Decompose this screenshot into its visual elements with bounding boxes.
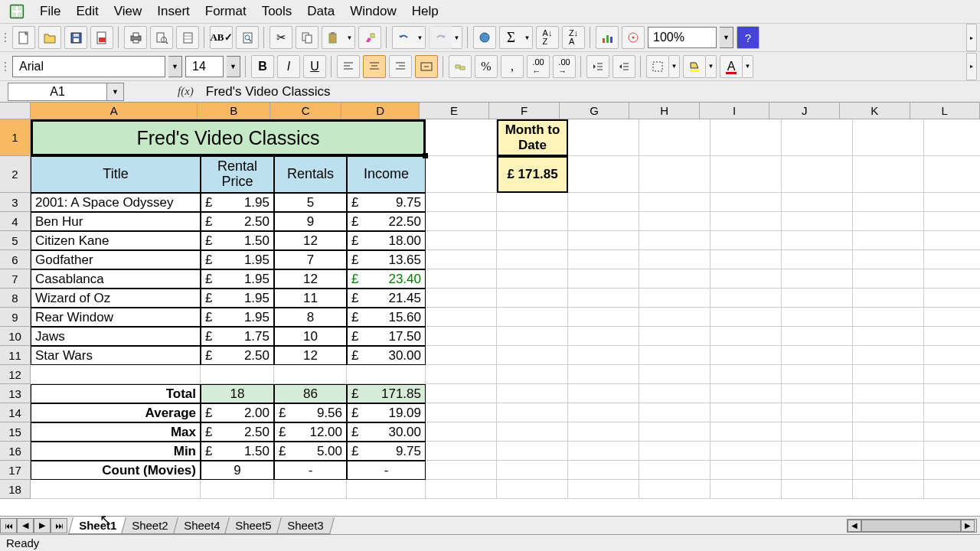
movie-price[interactable]: £2.50 xyxy=(201,346,274,365)
sort-asc-button[interactable]: A↓Z xyxy=(536,26,559,49)
cell-H9[interactable] xyxy=(639,308,710,327)
header-title[interactable]: Title xyxy=(31,156,201,193)
chart-button[interactable] xyxy=(596,26,619,49)
cell-I11[interactable] xyxy=(710,346,782,365)
cell-G15[interactable] xyxy=(568,422,639,442)
movie-income[interactable]: £13.65 xyxy=(347,250,426,269)
cell-K1[interactable] xyxy=(853,119,924,156)
cell-J4[interactable] xyxy=(782,212,853,231)
cell-H13[interactable] xyxy=(639,384,710,403)
cell-I13[interactable] xyxy=(710,384,782,403)
col-header-H[interactable]: H xyxy=(629,103,700,119)
count-d[interactable]: - xyxy=(347,461,426,480)
bgcolor-button[interactable] xyxy=(683,55,706,78)
cell-L11[interactable] xyxy=(924,346,980,365)
borders-button[interactable] xyxy=(646,55,669,78)
cell-C12[interactable] xyxy=(274,365,347,384)
cell-F5[interactable] xyxy=(497,231,568,250)
total-d[interactable]: £171.85 xyxy=(347,384,426,403)
font-size-input[interactable]: 14 xyxy=(185,56,224,77)
cell-J16[interactable] xyxy=(782,442,853,461)
col-header-G[interactable]: G xyxy=(560,103,630,119)
zoom-dropdown-arrow[interactable]: ▼ xyxy=(720,27,733,48)
cell-H7[interactable] xyxy=(639,269,710,289)
movie-income[interactable]: £23.40 xyxy=(347,269,426,289)
cell-H6[interactable] xyxy=(639,250,710,269)
mtd-value[interactable]: £ 171.85 xyxy=(497,156,568,193)
cell-H12[interactable] xyxy=(639,365,710,384)
movie-price[interactable]: £1.95 xyxy=(201,269,274,289)
movie-income[interactable]: £22.50 xyxy=(347,212,426,231)
cell-L2[interactable] xyxy=(924,156,980,193)
cell-F9[interactable] xyxy=(497,308,568,327)
cell-G11[interactable] xyxy=(568,346,639,365)
menu-view[interactable]: View xyxy=(106,1,150,21)
hyperlink-button[interactable] xyxy=(473,26,496,49)
cell-G8[interactable] xyxy=(568,289,639,308)
standard-format-button[interactable]: , xyxy=(501,55,524,78)
cell-K3[interactable] xyxy=(853,193,924,212)
cell-L12[interactable] xyxy=(924,365,980,384)
movie-title[interactable]: Casablanca xyxy=(31,269,201,289)
cell-G1[interactable] xyxy=(568,119,639,156)
cell-G12[interactable] xyxy=(568,365,639,384)
cell-G18[interactable] xyxy=(568,480,639,499)
font-name-input[interactable]: Arial xyxy=(12,56,165,77)
movie-income[interactable]: £15.60 xyxy=(347,308,426,327)
cell-G7[interactable] xyxy=(568,269,639,289)
cell-A18[interactable] xyxy=(31,480,201,499)
movie-rentals[interactable]: 12 xyxy=(274,346,347,365)
cell-I5[interactable] xyxy=(710,231,782,250)
cell-F8[interactable] xyxy=(497,289,568,308)
movie-income[interactable]: £21.45 xyxy=(347,289,426,308)
cell-E10[interactable] xyxy=(426,327,497,346)
help-button[interactable]: ? xyxy=(737,26,760,49)
cell-H11[interactable] xyxy=(639,346,710,365)
cell-I15[interactable] xyxy=(710,422,782,442)
cell-L10[interactable] xyxy=(924,327,980,346)
cell-E12[interactable] xyxy=(426,365,497,384)
cell-G2[interactable] xyxy=(568,156,639,193)
cell-J2[interactable] xyxy=(782,156,853,193)
cell-F12[interactable] xyxy=(497,365,568,384)
cell-H4[interactable] xyxy=(639,212,710,231)
format-paintbrush-button[interactable] xyxy=(358,26,381,49)
cell-L6[interactable] xyxy=(924,250,980,269)
cell-L17[interactable] xyxy=(924,461,980,480)
cell-E13[interactable] xyxy=(426,384,497,403)
cell-J17[interactable] xyxy=(782,461,853,480)
cell-J3[interactable] xyxy=(782,193,853,212)
cell-J11[interactable] xyxy=(782,346,853,365)
cell-E9[interactable] xyxy=(426,308,497,327)
movie-price[interactable]: £1.95 xyxy=(201,250,274,269)
menu-help[interactable]: Help xyxy=(404,1,446,21)
cell-C18[interactable] xyxy=(274,480,347,499)
cell-K6[interactable] xyxy=(853,250,924,269)
total-c[interactable]: 86 xyxy=(274,384,347,403)
merge-cells-button[interactable] xyxy=(415,55,438,78)
movie-rentals[interactable]: 5 xyxy=(274,193,347,212)
scroll-thumb[interactable] xyxy=(861,520,961,532)
movie-title[interactable]: Godfather xyxy=(31,250,201,269)
label-avg[interactable]: Average xyxy=(31,403,201,422)
copy-button[interactable] xyxy=(296,26,318,49)
cell-B18[interactable] xyxy=(201,480,274,499)
movie-title[interactable]: Ben Hur xyxy=(31,212,201,231)
horizontal-scrollbar[interactable]: ◀ ▶ xyxy=(847,519,977,533)
min-c[interactable]: £5.00 xyxy=(274,442,347,461)
cell-E18[interactable] xyxy=(426,480,497,499)
export-pdf-button[interactable] xyxy=(90,26,113,49)
menu-edit[interactable]: Edit xyxy=(68,1,106,21)
avg-c[interactable]: £9.56 xyxy=(274,403,347,422)
align-center-button[interactable] xyxy=(363,55,386,78)
movie-rentals[interactable]: 10 xyxy=(274,327,347,346)
mtd-label[interactable]: Month toDate xyxy=(497,119,568,156)
add-decimal-button[interactable]: .00← xyxy=(527,55,550,78)
cell-F13[interactable] xyxy=(497,384,568,403)
min-b[interactable]: £1.50 xyxy=(201,442,274,461)
cell-I18[interactable] xyxy=(710,480,782,499)
row-header-3[interactable]: 3 xyxy=(0,193,31,212)
cell-F18[interactable] xyxy=(497,480,568,499)
cell-L5[interactable] xyxy=(924,231,980,250)
toolbar-overflow[interactable]: ▸ xyxy=(966,53,977,80)
